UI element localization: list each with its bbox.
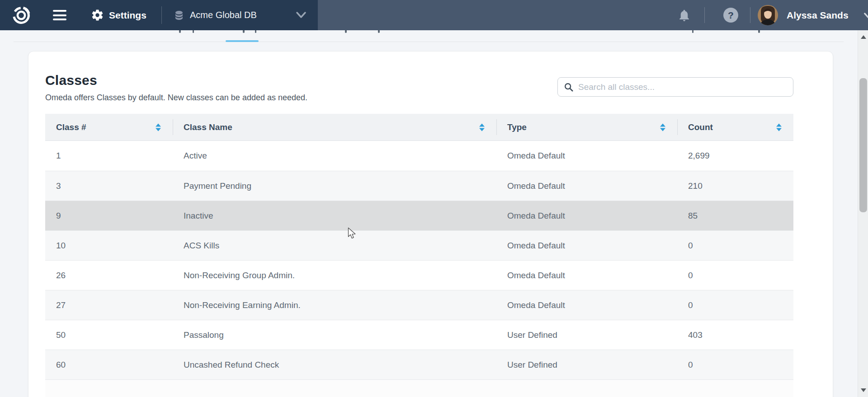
omeda-logo-icon [12,6,30,24]
table-row-partial [45,379,793,397]
search-input[interactable] [557,77,793,97]
cell-type: Omeda Default [496,261,677,290]
classes-panel: Classes Omeda offers Classes by default.… [28,51,833,397]
table-row[interactable]: 50 Passalong User Defined 403 [45,320,793,350]
header-divider [161,6,162,24]
tabbar-bottom-border [14,42,844,42]
cell-class-name: Passalong [173,320,496,350]
sort-icon[interactable] [776,123,782,131]
tab-label-descender [378,30,380,33]
cell-class-number: 10 [45,231,173,260]
table-body: 1 Active Omeda Default 2,699 3 Payment P… [45,141,793,379]
omeda-logo[interactable] [12,0,30,30]
table-row[interactable]: 3 Payment Pending Omeda Default 210 [45,171,793,201]
page-title: Classes [45,73,97,88]
cell-count: 85 [677,201,793,230]
column-header-class-name[interactable]: Class Name [173,114,496,140]
tab-label-descender [193,30,194,33]
cell-count: 0 [677,290,793,320]
sort-icon[interactable] [479,123,485,131]
help-icon: ? [723,8,738,23]
tab-label-descender [255,30,256,33]
top-navigation-bar: Settings Acme Global DB ? [0,0,868,30]
sort-icon[interactable] [156,123,161,131]
help-button[interactable]: ? [723,0,738,30]
database-selector-label: Acme Global DB [190,10,257,20]
tab-label-descender [692,30,693,33]
cell-class-name: ACS Kills [173,231,496,260]
table-row[interactable]: 27 Non-Receiving Earning Admin. Omeda De… [45,290,793,320]
cell-class-name: Payment Pending [173,171,496,201]
chevron-down-icon[interactable] [296,12,307,19]
settings-menu-item[interactable]: Settings [91,0,146,30]
cell-type: User Defined [496,320,677,350]
cell-class-name: Non-Receiving Group Admin. [173,261,496,290]
tab-label-descender [758,30,760,33]
cell-class-number: 3 [45,171,173,201]
cell-type: Omeda Default [496,290,677,320]
table-header-row: Class # Class Name Type Count [45,114,793,141]
user-menu[interactable]: Alyssa Sands [758,0,868,30]
scrollbar-down-arrow[interactable] [861,388,866,392]
cell-count: 403 [677,320,793,350]
table-row[interactable]: 1 Active Omeda Default 2,699 [45,141,793,171]
cell-type: User Defined [496,350,677,379]
column-header-type[interactable]: Type [496,114,677,140]
cell-count: 0 [677,350,793,379]
settings-label: Settings [109,10,146,21]
cell-count: 2,699 [677,141,793,171]
table-row[interactable]: 26 Non-Receiving Group Admin. Omeda Defa… [45,260,793,290]
tab-label-descender [243,30,245,33]
cell-class-name: Inactive [173,201,496,230]
cell-class-name: Active [173,141,496,171]
table-row[interactable]: 10 ACS Kills Omeda Default 0 [45,230,793,260]
header-divider [750,7,750,23]
cell-class-number: 1 [45,141,173,171]
cell-count: 0 [677,261,793,290]
cell-type: Omeda Default [496,141,677,171]
table-row[interactable]: 60 Uncashed Refund Check User Defined 0 [45,350,793,379]
sort-icon[interactable] [660,123,665,131]
database-selector[interactable]: Acme Global DB [174,0,257,30]
gear-icon [91,9,104,22]
cell-class-name: Uncashed Refund Check [173,350,496,379]
active-tab-indicator [226,40,259,42]
cell-type: Omeda Default [496,231,677,260]
cell-class-number: 50 [45,320,173,350]
avatar [758,5,778,25]
cell-count: 210 [677,171,793,201]
cell-class-name: Non-Receiving Earning Admin. [173,290,496,320]
cell-class-number: 26 [45,261,173,290]
scrollbar-up-arrow[interactable] [861,35,866,39]
tab-label-descender [345,30,347,33]
column-header-count[interactable]: Count [677,114,793,140]
chevron-down-icon [863,13,868,19]
cell-class-number: 27 [45,290,173,320]
header-divider [704,7,705,23]
tab-label-descender [179,30,181,33]
cell-count: 0 [677,231,793,260]
user-name: Alyssa Sands [787,10,849,21]
hamburger-menu-icon[interactable] [53,0,66,30]
bell-icon [677,8,691,23]
table-row[interactable]: 9 Inactive Omeda Default 85 [45,201,793,230]
cell-class-number: 60 [45,350,173,379]
cell-class-number: 9 [45,201,173,230]
cell-type: Omeda Default [496,171,677,201]
header-left-segment [0,0,318,30]
scrollbar-thumb[interactable] [859,78,867,212]
classes-table: Class # Class Name Type Count 1 Active O… [45,114,793,397]
column-header-class-number[interactable]: Class # [45,114,173,140]
page-subtitle: Omeda offers Classes by default. New cla… [45,93,307,103]
notifications-button[interactable] [677,0,691,30]
cell-type: Omeda Default [496,201,677,230]
page-scrollbar[interactable] [858,30,868,397]
search-box [557,77,793,97]
database-icon [174,9,184,21]
